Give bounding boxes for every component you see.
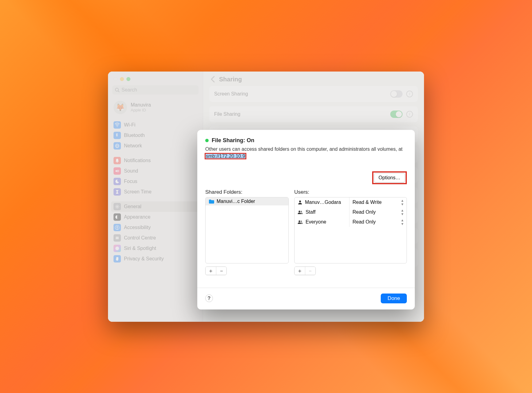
sidebar-item-screen-time[interactable]: Screen Time: [111, 187, 200, 197]
row-label: File Sharing: [214, 111, 240, 117]
sidebar-item-label: Focus: [124, 179, 137, 184]
permission-select[interactable]: Read Only▲▼: [349, 207, 407, 217]
sidebar-item-focus[interactable]: Focus: [111, 176, 200, 187]
svg-point-8: [115, 215, 119, 219]
zoom-window-button[interactable]: [126, 77, 130, 81]
info-icon[interactable]: i: [406, 192, 413, 199]
toggle[interactable]: [390, 254, 403, 261]
window-traffic-lights: [108, 75, 203, 85]
svg-point-17: [299, 220, 300, 222]
sharing-row: Media SharingOffi: [209, 248, 418, 267]
sidebar-item-sound[interactable]: Sound: [111, 166, 200, 176]
svg-point-13: [115, 247, 119, 250]
add-folder-button[interactable]: ＋: [206, 267, 216, 275]
wifi-icon: [114, 121, 121, 129]
profile-name: Manuvira: [131, 102, 151, 108]
toggle[interactable]: [390, 90, 403, 98]
info-icon[interactable]: i: [406, 254, 413, 261]
close-window-button[interactable]: [114, 77, 118, 81]
main-header: Sharing: [203, 72, 424, 86]
sharing-row: File Sharingi: [209, 106, 418, 122]
permission-select[interactable]: Read Only▲▼: [349, 217, 407, 227]
add-user-button[interactable]: ＋: [295, 267, 305, 275]
info-icon[interactable]: i: [406, 91, 413, 97]
toggle[interactable]: [390, 111, 403, 118]
sidebar-item-bluetooth[interactable]: Bluetooth: [111, 130, 200, 141]
sharing-row: i: [209, 147, 418, 163]
permission-label: Read & Write: [353, 200, 382, 205]
options-button[interactable]: Options…: [374, 173, 405, 182]
file-sharing-sheet: File Sharing: On Other users can access …: [197, 130, 415, 309]
minimize-window-button[interactable]: [120, 77, 124, 81]
remove-user-button[interactable]: －: [305, 267, 315, 275]
sidebar-item-network[interactable]: Network: [111, 141, 200, 151]
folder-icon: [209, 199, 214, 204]
svg-rect-12: [116, 238, 119, 239]
toggle[interactable]: [390, 192, 403, 199]
user-row[interactable]: StaffRead Only▲▼: [295, 207, 407, 217]
help-button[interactable]: ?: [205, 294, 213, 302]
svg-point-7: [117, 206, 118, 207]
sidebar-item-notifications[interactable]: Notifications: [111, 155, 200, 166]
info-icon[interactable]: i: [406, 131, 413, 138]
chevron-updown-icon: ▲▼: [401, 199, 403, 206]
done-button[interactable]: Done: [381, 294, 407, 303]
svg-point-18: [301, 220, 302, 222]
svg-point-9: [115, 225, 119, 230]
permission-select[interactable]: Read & Write▲▼: [349, 197, 407, 207]
row-label: Media Sharing: [214, 252, 246, 258]
hand-icon: [114, 255, 121, 263]
apple-id-profile[interactable]: 🦊 Manuvira Apple ID: [108, 99, 203, 119]
users-header: Users:: [294, 189, 407, 195]
sidebar-item-siri-spotlight[interactable]: Siri & Spotlight: [111, 243, 200, 254]
options-highlight-box: Options…: [372, 171, 407, 184]
toggle[interactable]: [390, 212, 403, 219]
info-icon[interactable]: i: [406, 111, 413, 118]
remove-folder-button[interactable]: －: [216, 267, 226, 275]
dim-overlay: [108, 72, 424, 322]
sidebar-item-label: Appearance: [124, 214, 150, 220]
info-icon[interactable]: i: [406, 151, 413, 158]
toggle[interactable]: [390, 131, 403, 138]
folder-label: Manuvi…c Folder: [217, 199, 255, 204]
sound-icon: [114, 167, 121, 175]
permission-label: Read Only: [353, 219, 376, 225]
avatar: 🦊: [114, 101, 127, 114]
back-button[interactable]: [210, 76, 215, 83]
acc-icon: [114, 224, 121, 231]
user-name: Everyone: [306, 219, 326, 225]
sharing-rows: Screen SharingiFile SharingiiiiiiiMedia …: [203, 86, 424, 271]
modal-description: Other users can access shared folders on…: [205, 146, 407, 160]
sidebar-item-privacy-security[interactable]: Privacy & Security: [111, 254, 200, 264]
sidebar-item-wi-fi[interactable]: Wi-Fi: [111, 120, 200, 130]
shared-folders-list[interactable]: Manuvi…c Folder: [205, 197, 289, 263]
toggle[interactable]: [390, 171, 403, 179]
user-row[interactable]: Manuv…GodaraRead & Write▲▼: [295, 197, 407, 207]
folder-item[interactable]: Manuvi…c Folder: [206, 197, 288, 205]
svg-point-3: [115, 144, 119, 148]
toggle[interactable]: [390, 151, 403, 158]
sidebar-item-control-centre[interactable]: Control Centre: [111, 233, 200, 243]
info-icon[interactable]: i: [406, 172, 413, 178]
info-icon[interactable]: i: [406, 212, 413, 219]
svg-line-1: [118, 91, 119, 92]
sidebar-item-general[interactable]: General: [111, 201, 200, 212]
info-icon[interactable]: i: [406, 232, 413, 239]
siri-icon: [114, 245, 121, 252]
sharing-row: i: [209, 167, 418, 183]
profile-sub: Apple ID: [131, 108, 151, 112]
search-input[interactable]: [112, 85, 199, 95]
sidebar-item-label: Privacy & Security: [124, 256, 164, 262]
user-row[interactable]: EveryoneRead Only▲▼: [295, 217, 407, 227]
sidebar-item-label: Sound: [124, 168, 138, 174]
sidebar-item-appearance[interactable]: Appearance: [111, 212, 200, 222]
sidebar-item-accessibility[interactable]: Accessibility: [111, 222, 200, 233]
folder-add-remove: ＋ －: [205, 267, 227, 275]
appear-icon: [114, 213, 121, 221]
sharing-row: i: [209, 208, 418, 224]
bell-icon: [114, 157, 121, 164]
toggle[interactable]: [390, 232, 403, 239]
globe-icon: [114, 142, 121, 150]
smb-address[interactable]: smb://172.20.10.9: [205, 154, 246, 159]
users-list[interactable]: Manuv…GodaraRead & Write▲▼StaffRead Only…: [294, 197, 407, 263]
